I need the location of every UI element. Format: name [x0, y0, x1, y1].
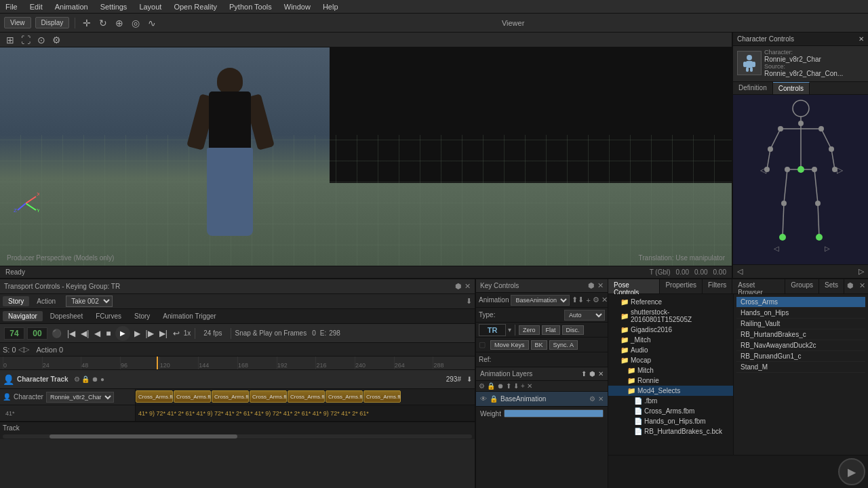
clip-6[interactable]: Cross_Arms.fbx [363, 390, 401, 403]
menu-help[interactable]: Help [320, 3, 341, 11]
tab-controls[interactable]: Controls [773, 82, 810, 94]
anim-dropdown-arrows[interactable]: ⬆⬇ [572, 296, 584, 304]
s-controls[interactable]: ◁▷ [18, 345, 29, 354]
next-key-btn[interactable]: |▶ [144, 329, 155, 338]
scrollbar-thumb[interactable] [50, 434, 237, 439]
nav-tab-story[interactable]: Story [129, 311, 155, 321]
layer-icon-7[interactable]: ✕ [527, 382, 532, 390]
list-stand-m[interactable]: Stand_M [736, 362, 865, 373]
layer-icon-2[interactable]: 🔒 [487, 382, 495, 390]
list-railing-vault[interactable]: Railing_Vault [736, 319, 865, 329]
expand-kc-icon[interactable]: ⬢ [588, 281, 595, 290]
viewport-tool-2[interactable]: ⛶ [19, 35, 33, 45]
clip-5[interactable]: Cross_Arms.fbx [326, 390, 363, 403]
next-frame-icon[interactable]: ▷ [859, 267, 864, 276]
list-rb-nav[interactable]: RB_NavAwayandDuck2c [736, 340, 865, 351]
tree-gigadisc[interactable]: 📁 Gigadisc2016 [608, 325, 733, 335]
close-kc-icon[interactable]: ✕ [597, 281, 604, 290]
viewport-tool-1[interactable]: ⊞ [4, 35, 16, 45]
anim-layer-icon-1[interactable]: ⬆ [581, 370, 587, 378]
char-track-controls[interactable]: ⚙ 🔒 ⏺ ● [74, 375, 104, 383]
weight-bar[interactable] [504, 409, 604, 418]
bk-btn[interactable]: BK [531, 340, 547, 350]
menu-animation[interactable]: Animation [52, 3, 91, 11]
nav-tab-navigator[interactable]: Navigator [3, 311, 43, 321]
tree-mitch[interactable]: 📁 _Mitch [608, 335, 733, 345]
layer-close-icon[interactable]: ✕ [598, 395, 604, 403]
layer-icon-4[interactable]: ⬆ [506, 382, 511, 390]
disc-btn[interactable]: Disc. [562, 325, 584, 335]
clip-3[interactable]: Cross_Arms.fbx [250, 390, 287, 403]
flat-btn[interactable]: Flat [542, 325, 560, 335]
nav-tab-dopesheet[interactable]: Dopesheet [45, 311, 88, 321]
settings-anim-btn[interactable]: ⚙ [593, 296, 599, 304]
timeline-scrollbar[interactable] [0, 434, 475, 439]
tab-definition[interactable]: Definition [733, 82, 773, 94]
select-icon[interactable]: ◎ [130, 18, 142, 28]
list-cross-arms[interactable]: Cross_Arms [736, 297, 865, 308]
play-button[interactable]: ▶ [115, 326, 130, 341]
tab-story[interactable]: Story [3, 296, 29, 306]
tr-dropdown[interactable]: ▾ [508, 326, 511, 333]
menu-python-tools[interactable]: Python Tools [226, 3, 275, 11]
layer-icon-3[interactable]: ⏺ [497, 382, 504, 390]
layer-icon-6[interactable]: + [521, 382, 525, 390]
layer-icon-1[interactable]: ⚙ [479, 382, 485, 390]
clip-2[interactable]: Cross_Arms.fbx [212, 390, 249, 403]
first-frame-btn[interactable]: |◀ [66, 329, 77, 338]
tab-groups[interactable]: Groups [785, 279, 819, 293]
tab-pose-controls[interactable]: Pose Controls [608, 279, 660, 293]
tree-audio[interactable]: 📁 Audio [608, 345, 733, 355]
layer-icon-5[interactable]: ⬇ [513, 382, 519, 390]
tree-hands-fbm[interactable]: 📄 Hands_on_Hips.fbm [608, 416, 733, 426]
expand-icon[interactable]: ⬢ [455, 282, 462, 291]
anim-layer-icon-3[interactable]: ✕ [598, 370, 604, 378]
play-pose-button[interactable]: ▶ [838, 458, 865, 485]
tree-rb-hurt[interactable]: 📄 RB_HurtandBrakes_c.bck [608, 426, 733, 436]
take-dropdown-icon[interactable]: ⬇ [466, 297, 472, 306]
tree-cross-arms-fbm[interactable]: 📄 Cross_Arms.fbm [608, 406, 733, 416]
playhead[interactable] [157, 357, 158, 369]
tree-mocap[interactable]: 📁 Mocap [608, 355, 733, 365]
tree-mod4[interactable]: 📁 Mod4_Selects [608, 386, 733, 396]
anim-layer-icon-2[interactable]: ⬢ [589, 370, 595, 378]
list-hands-hips[interactable]: Hands_on_Hips [736, 308, 865, 319]
close-anim-btn[interactable]: ✕ [601, 296, 608, 304]
tree-mitch2[interactable]: 📁 Mitch [608, 365, 733, 375]
nav-tab-fcurves[interactable]: FCurves [90, 311, 127, 321]
base-animation-layer[interactable]: 👁 🔒 BaseAnimation ⚙ ✕ [476, 392, 608, 407]
prev-frame-icon[interactable]: ◁ [737, 267, 743, 276]
list-rb-run[interactable]: RB_RunandGun1_c [736, 351, 865, 362]
close-transport-icon[interactable]: ✕ [465, 282, 471, 291]
layer-settings-icon[interactable]: ⚙ [589, 395, 595, 403]
take-select[interactable]: Take 002 [66, 296, 113, 307]
loop-btn[interactable]: ↩ [172, 329, 181, 338]
char-track-expand[interactable]: ⬇ [467, 375, 472, 383]
viewport-tool-4[interactable]: ⚙ [50, 35, 63, 45]
char-name-select[interactable]: Ronnie_v8r2_Char [46, 392, 114, 403]
zero-btn[interactable]: Zero [519, 325, 540, 335]
view-button[interactable]: View [4, 17, 31, 28]
tab-asset-browser[interactable]: Asset Browser [732, 279, 785, 293]
tree-fbm[interactable]: 📄 .fbm [608, 396, 733, 406]
rotate-icon[interactable]: ↻ [97, 18, 109, 28]
res-expand-icon[interactable]: ⬢ [844, 279, 856, 293]
menu-edit[interactable]: Edit [27, 3, 45, 11]
menu-layout[interactable]: Layout [136, 3, 164, 11]
last-frame-btn[interactable]: ▶| [158, 329, 169, 338]
tab-filters[interactable]: Filters [703, 279, 732, 293]
menu-open-reality[interactable]: Open Reality [171, 3, 220, 11]
res-close-icon[interactable]: ✕ [856, 279, 868, 293]
tab-sets[interactable]: Sets [819, 279, 844, 293]
menu-settings[interactable]: Settings [98, 3, 130, 11]
sync-a-btn[interactable]: Sync. A [549, 340, 578, 350]
base-animation-select[interactable]: BaseAnimation [511, 295, 570, 306]
move-keys-btn[interactable]: Move Keys [490, 340, 529, 350]
clip-0[interactable]: Cross_Arms.fbx [136, 390, 173, 403]
stop-btn[interactable]: ■ [104, 329, 112, 338]
tree-shutterstock[interactable]: 📁 shutterstock-20160801T152505Z [608, 307, 733, 325]
type-select[interactable]: Auto [564, 310, 605, 321]
tree-ronnie[interactable]: 📁 Ronnie [608, 375, 733, 386]
tab-properties[interactable]: Properties [660, 279, 703, 293]
close-icon[interactable]: ✕ [859, 35, 864, 43]
